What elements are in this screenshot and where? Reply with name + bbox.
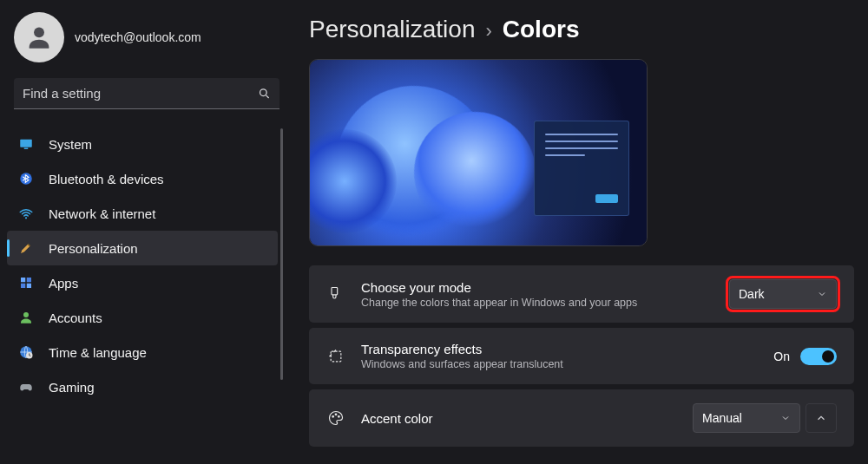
bluetooth-icon (17, 170, 35, 187)
globe-clock-icon (17, 343, 35, 361)
svg-rect-2 (20, 140, 32, 147)
sidebar-item-personalization[interactable]: Personalization (7, 231, 278, 265)
svg-rect-8 (21, 284, 25, 288)
sidebar-item-apps[interactable]: Apps (7, 265, 278, 300)
window-preview (534, 121, 629, 216)
setting-accent-color[interactable]: Accent color Manual (309, 389, 854, 447)
breadcrumb: Personalization › Colors (309, 16, 854, 43)
person-icon (24, 23, 54, 52)
wifi-icon (17, 205, 35, 222)
user-email: vodytech@outlook.com (75, 30, 201, 44)
sidebar: vodytech@outlook.com System Bluetooth & … (0, 0, 286, 464)
svg-rect-13 (332, 288, 338, 295)
avatar (14, 12, 64, 62)
nav-scrollbar[interactable] (280, 128, 283, 380)
sidebar-item-label: System (49, 137, 92, 152)
sidebar-item-accounts[interactable]: Accounts (7, 300, 278, 335)
apps-icon (17, 274, 35, 291)
accent-dropdown[interactable]: Manual (693, 403, 800, 433)
sidebar-item-system[interactable]: System (7, 127, 278, 161)
breadcrumb-parent[interactable]: Personalization (309, 16, 475, 43)
sidebar-item-label: Personalization (49, 241, 138, 256)
svg-point-5 (25, 217, 27, 219)
setting-title: Transparency effects (361, 342, 758, 356)
brush-outline-icon (326, 284, 345, 304)
chevron-down-icon (817, 289, 827, 299)
display-icon (17, 135, 35, 153)
accent-expand-button[interactable] (806, 403, 837, 433)
nav: System Bluetooth & devices Network & int… (7, 127, 286, 404)
svg-rect-9 (27, 284, 31, 288)
transparency-toggle[interactable] (800, 348, 837, 365)
sidebar-item-label: Apps (49, 276, 78, 291)
brush-icon (17, 239, 35, 257)
svg-rect-6 (21, 278, 25, 282)
svg-point-17 (339, 416, 340, 418)
theme-preview (309, 59, 648, 246)
sidebar-item-bluetooth[interactable]: Bluetooth & devices (7, 161, 278, 196)
sidebar-item-gaming[interactable]: Gaming (7, 369, 278, 404)
toggle-knob (822, 350, 834, 363)
main-content: Personalization › Colors Choose your mod… (286, 0, 868, 464)
page-title: Colors (503, 16, 580, 43)
gamepad-icon (17, 378, 35, 395)
setting-choose-mode[interactable]: Choose your mode Change the colors that … (309, 265, 854, 323)
svg-rect-7 (27, 278, 31, 282)
svg-point-15 (332, 416, 334, 418)
chevron-right-icon: › (485, 20, 491, 42)
svg-rect-14 (331, 351, 341, 362)
svg-point-10 (23, 312, 29, 317)
setting-text: Choose your mode Change the colors that … (361, 280, 713, 309)
dropdown-value: Dark (739, 287, 765, 301)
dropdown-value: Manual (702, 411, 742, 425)
transparency-toggle-group: On (773, 348, 837, 365)
sidebar-item-label: Time & language (49, 345, 147, 360)
search-input[interactable] (23, 86, 258, 101)
svg-point-1 (260, 88, 266, 95)
setting-title: Choose your mode (361, 280, 713, 295)
setting-subtitle: Windows and surfaces appear translucent (361, 358, 758, 370)
setting-text: Transparency effects Windows and surface… (361, 342, 758, 370)
toggle-state-label: On (773, 350, 790, 363)
search-icon (258, 87, 271, 101)
setting-text: Accent color (361, 411, 677, 426)
svg-point-16 (335, 414, 337, 415)
palette-icon (326, 408, 345, 428)
setting-subtitle: Change the colors that appear in Windows… (361, 297, 713, 309)
sidebar-item-network[interactable]: Network & internet (7, 196, 278, 231)
person-icon (17, 309, 35, 326)
chevron-up-icon (815, 412, 827, 424)
sidebar-item-label: Bluetooth & devices (49, 172, 164, 186)
preview-accent-button (595, 194, 618, 203)
sidebar-item-label: Accounts (49, 310, 102, 325)
sidebar-item-label: Network & internet (49, 206, 155, 221)
chevron-down-icon (780, 413, 791, 423)
search-box[interactable] (14, 78, 279, 109)
sidebar-item-time-language[interactable]: Time & language (7, 335, 278, 369)
mode-dropdown[interactable]: Dark (729, 279, 837, 309)
setting-transparency[interactable]: Transparency effects Windows and surface… (309, 328, 854, 384)
setting-title: Accent color (361, 411, 677, 426)
svg-point-0 (34, 27, 44, 37)
sidebar-item-label: Gaming (49, 380, 95, 395)
user-account-block[interactable]: vodytech@outlook.com (7, 9, 286, 78)
svg-rect-3 (24, 148, 29, 150)
transparency-icon (326, 347, 345, 366)
